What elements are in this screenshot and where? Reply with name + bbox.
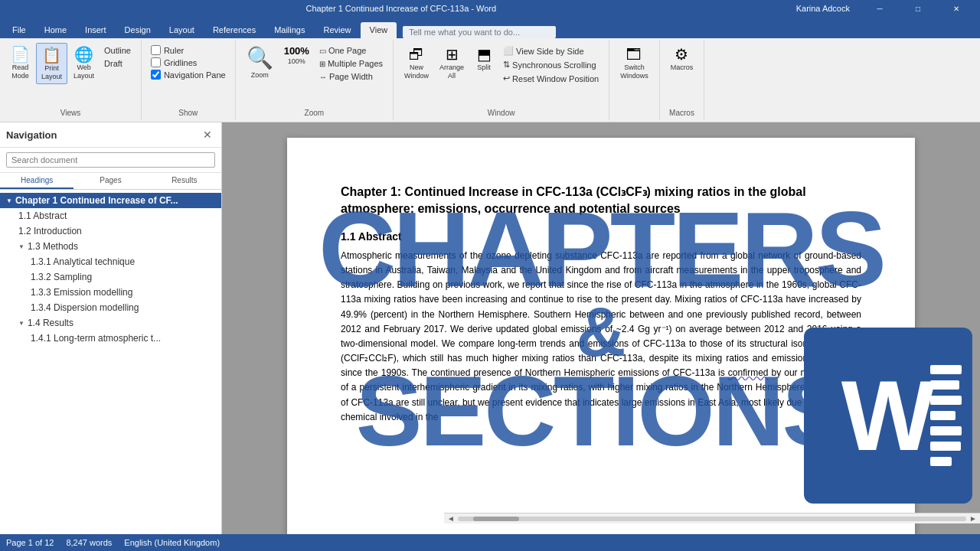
side-by-side-icon: ⬜ <box>503 46 514 56</box>
macros-button[interactable]: ⚙ Macros <box>666 43 698 74</box>
zoom-options: ▭ One Page ⊞ Multiple Pages ↔ Page Width <box>315 43 387 83</box>
window-controls: ─ □ ✕ <box>862 0 974 17</box>
nav-close-button[interactable]: ✕ <box>200 127 215 142</box>
sync-scrolling-button[interactable]: ⇅ Synchronous Scrolling <box>499 58 603 71</box>
close-button[interactable]: ✕ <box>939 0 974 17</box>
tab-mailings[interactable]: Mailings <box>265 22 314 38</box>
one-page-button[interactable]: ▭ One Page <box>315 44 387 57</box>
tab-references[interactable]: References <box>204 22 265 38</box>
navigation-panel: Navigation ✕ Headings Pages Results ▼ Ch… <box>0 122 222 534</box>
macros-icon: ⚙ <box>675 45 688 64</box>
nav-tab-results[interactable]: Results <box>148 173 221 189</box>
nav-header: Navigation ✕ <box>0 122 221 148</box>
word-logo-background: W <box>804 328 972 504</box>
tree-item-1-3-label: 1.3 Methods <box>28 241 78 252</box>
switch-windows-button[interactable]: 🗔 SwitchWindows <box>616 43 653 83</box>
print-layout-label: PrintLayout <box>41 64 62 81</box>
split-icon: ⬒ <box>477 45 492 64</box>
arrange-all-icon: ⊞ <box>446 45 459 64</box>
main-area: Navigation ✕ Headings Pages Results ▼ Ch… <box>0 122 980 534</box>
nav-search-area <box>0 148 221 173</box>
tree-item-1-3-4[interactable]: 1.3.4 Dispersion modelling <box>0 300 221 315</box>
nav-pane-checkbox-label[interactable]: Navigation Pane <box>148 69 229 80</box>
print-layout-button[interactable]: 📋 PrintLayout <box>36 43 67 84</box>
tab-layout[interactable]: Layout <box>160 22 204 38</box>
read-mode-icon: 📄 <box>11 45 30 64</box>
tree-item-1-4-1[interactable]: 1.4.1 Long-term atmospheric t... <box>0 331 221 346</box>
ribbon-tab-bar: File Home Insert Design Layout Reference… <box>0 17 980 38</box>
triangle-1-4-icon: ▼ <box>18 320 24 327</box>
scroll-left-arrow[interactable]: ◄ <box>447 514 455 523</box>
tab-design[interactable]: Design <box>116 22 160 38</box>
word-line-2 <box>930 380 959 390</box>
word-line-7 <box>930 457 952 466</box>
scroll-track <box>458 517 966 521</box>
nav-pane-checkbox[interactable] <box>151 70 161 80</box>
ruler-checkbox[interactable] <box>151 45 161 55</box>
show-options: Ruler Gridlines Navigation Pane <box>148 43 229 80</box>
new-window-button[interactable]: 🗗 NewWindow <box>400 43 433 83</box>
minimize-button[interactable]: ─ <box>862 0 897 17</box>
macros-content: ⚙ Macros <box>666 43 698 107</box>
tree-item-1-3-2[interactable]: 1.3.2 Sampling <box>0 269 221 285</box>
split-button[interactable]: ⬒ Split <box>470 43 498 74</box>
document-area[interactable]: ◄ ► Chapter 1: Continued Increase in CFC… <box>222 122 980 534</box>
zoom-group-label: Zoom <box>305 107 325 117</box>
tab-review[interactable]: Review <box>315 22 361 38</box>
switch-windows-label: SwitchWindows <box>620 64 648 80</box>
ribbon-search-input[interactable] <box>403 26 556 38</box>
page-width-button[interactable]: ↔ Page Width <box>315 70 387 83</box>
tree-item-1-3-2-label: 1.3.2 Sampling <box>31 272 92 282</box>
status-bar: Page 1 of 12 8,247 words English (United… <box>0 534 980 551</box>
nav-tab-headings[interactable]: Headings <box>0 173 74 189</box>
tree-item-1-3-3[interactable]: 1.3.3 Emission modelling <box>0 285 221 300</box>
tree-item-1-3-1[interactable]: 1.3.1 Analytical technique <box>0 254 221 269</box>
scroll-right-arrow[interactable]: ► <box>969 514 977 523</box>
maximize-button[interactable]: □ <box>900 0 936 17</box>
document-title: Chapter 1: Continued Increase in CFC-113… <box>341 184 861 218</box>
zoom-buttons: 🔍 Zoom 100% 100% ▭ One Page ⊞ Multiple P… <box>242 43 387 107</box>
zoom-button[interactable]: 🔍 Zoom <box>242 43 278 81</box>
word-line-3 <box>930 396 962 405</box>
tree-item-1-4-1-label: 1.4.1 Long-term atmospheric t... <box>31 333 161 344</box>
new-window-label: NewWindow <box>404 64 429 80</box>
outline-button[interactable]: Outline <box>100 44 135 57</box>
tab-file[interactable]: File <box>3 22 35 38</box>
nav-tab-pages[interactable]: Pages <box>74 173 147 189</box>
multiple-pages-icon: ⊞ <box>319 60 325 68</box>
window-group-label: Window <box>488 107 515 117</box>
tree-item-1-1[interactable]: 1.1 Abstract <box>0 208 221 223</box>
view-side-by-side-button[interactable]: ⬜ View Side by Side <box>499 44 603 57</box>
tree-item-1-2[interactable]: 1.2 Introduction <box>0 223 221 239</box>
draft-button[interactable]: Draft <box>100 57 135 70</box>
multiple-pages-button[interactable]: ⊞ Multiple Pages <box>315 57 387 70</box>
word-line-5 <box>930 426 962 435</box>
views-group-label: Views <box>60 107 81 117</box>
tree-item-1-3-1-label: 1.3.1 Analytical technique <box>31 256 135 267</box>
arrange-all-label: ArrangeAll <box>439 64 464 80</box>
gridlines-checkbox-label[interactable]: Gridlines <box>148 57 229 68</box>
arrange-all-button[interactable]: ⊞ ArrangeAll <box>435 43 469 83</box>
abstract-heading: 1.1 Abstract <box>341 230 861 243</box>
gridlines-checkbox[interactable] <box>151 57 161 67</box>
views-small-buttons: Outline Draft <box>100 43 135 70</box>
tree-item-1-3[interactable]: ▼ 1.3 Methods <box>0 239 221 254</box>
ribbon-group-macros: ⚙ Macros Macros <box>660 40 705 120</box>
window-title: Chapter 1 Continued Increase of CFC-113a… <box>6 4 796 13</box>
tree-item-ch1[interactable]: ▼ Chapter 1 Continued Increase of CF... <box>0 193 221 208</box>
ruler-checkbox-label[interactable]: Ruler <box>148 44 229 56</box>
web-layout-button[interactable]: 🌐 WebLayout <box>69 43 99 83</box>
ribbon-group-window: 🗗 NewWindow ⊞ ArrangeAll ⬒ Split ⬜ View … <box>394 40 609 120</box>
tab-home[interactable]: Home <box>35 22 76 38</box>
100pct-button[interactable]: 100% 100% <box>279 43 314 67</box>
nav-search-input[interactable] <box>6 152 215 168</box>
window-buttons: 🗗 NewWindow ⊞ ArrangeAll ⬒ Split ⬜ View … <box>400 43 603 107</box>
reset-window-button[interactable]: ↩ Reset Window Position <box>499 72 603 85</box>
triangle-1-3-icon: ▼ <box>18 243 24 250</box>
page-width-icon: ↔ <box>319 73 327 81</box>
read-mode-button[interactable]: 📄 ReadMode <box>6 43 34 83</box>
tab-view[interactable]: View <box>361 22 397 38</box>
tree-item-1-4[interactable]: ▼ 1.4 Results <box>0 315 221 331</box>
tab-insert[interactable]: Insert <box>76 22 116 38</box>
horizontal-scrollbar[interactable]: ◄ ► <box>444 513 980 523</box>
